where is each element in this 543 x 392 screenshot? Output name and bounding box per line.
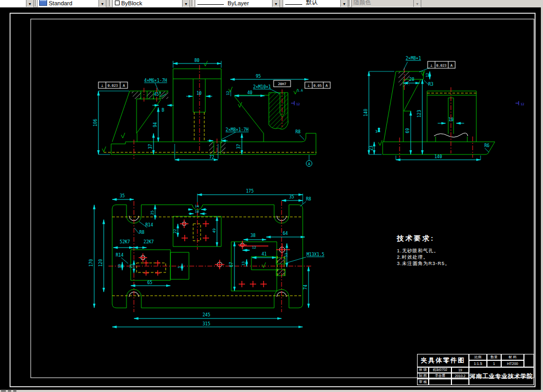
color-control-combo[interactable]: ByBlock ▼ [112,0,190,7]
window-right-edge [541,0,543,392]
linetype-combo[interactable]: ByLayer ▼ [195,0,280,7]
dim-label: 14 [195,204,199,208]
dim-label: 0.023 [436,63,447,68]
dim-label: 2×M8×1 [406,56,421,61]
dim-label: A [123,84,125,88]
byblock-square-icon [115,1,120,5]
chevron-down-icon[interactable]: ▼ [98,0,106,7]
toolbar-combo-unknown[interactable]: ▼ [0,0,34,7]
dim-label: ⊥ [101,84,103,88]
dim-label: 12 [426,73,430,77]
dim-label: 4×M6×1-7H [144,78,167,83]
dim-label: ⊥ [430,63,432,68]
dim-label: 170 [89,259,94,267]
status-mark [8,390,11,391]
dim-label: 140 [364,109,368,117]
empty-cell [524,354,534,367]
dim-label: 22 [173,229,177,233]
plotstyle-combo[interactable]: 随颜色 ▼ [351,0,421,7]
dim-label: 12 [520,102,524,106]
dim-label: B [162,108,165,113]
style-icon [39,0,47,6]
lineweight-swatch [285,4,302,5]
tech-req-item: 1.无砂眼和气孔。 [397,248,508,254]
toolbar-separator [349,0,351,6]
dim-label: 175 [246,189,254,194]
dim-label: 28 [409,77,414,82]
dim-label: 37 [148,144,153,149]
combo-value: 默认 [304,0,319,7]
chevron-down-icon[interactable]: ▼ [340,0,348,7]
tech-req-title: 技术要求: [397,234,508,243]
sheet-frame [10,13,535,387]
qty-value: 1 [487,360,501,367]
material-label: 材 料 [501,354,524,360]
toolbar: ▼ Standard ▼ ByBlock ▼ ByLayer ▼ 默认 ▼ 随颜… [0,0,543,7]
dim-label: 13 [241,261,246,266]
dim-label: 67 [229,262,234,267]
dim-label: 20H7 [278,82,286,86]
dim-label: 3 [375,130,377,134]
dim-label: A [325,84,328,88]
dim-label: 64 [283,231,288,236]
lineweight-combo[interactable]: 默认 ▼ [283,0,348,7]
model-space-canvas[interactable]: 80954010124×M6×1-7H45°B2×M10×120H71.6106… [0,7,543,390]
school-name: 河南工业专业技术学院 [469,367,534,385]
dim-label: 123 [417,110,422,118]
dim-label: R8 [306,197,311,202]
chevron-down-icon[interactable]: ▼ [182,0,189,7]
dim-label: 35 [289,195,294,199]
dim-label: 10 [195,209,199,214]
row-value: 19 [451,367,469,373]
toolbar-separator [192,0,194,6]
dim-label: 10 [117,264,122,268]
dim-label: A [308,162,311,166]
dim-label: 95 [256,74,261,79]
dim-label: 69 [405,128,410,133]
dim-label: R8 [139,230,144,235]
dim-label: 25 [150,211,155,215]
row-value: 李合甫 [429,373,451,379]
dim-label: R6 [484,143,490,148]
drawing-title: 夹具体零件图 [417,354,469,367]
dim-label: 53 [284,253,288,257]
chevron-down-icon[interactable]: ▼ [26,0,33,7]
dim-label: 1.6 [297,88,303,92]
dim-label: 10 [196,91,202,96]
status-mark [1,390,6,391]
row-value: 2010.2 [451,373,469,379]
status-mark [13,390,16,391]
dim-label: 72 [209,155,214,160]
dim-label: 245 [203,313,211,317]
row-value: 机制0702 [429,367,451,373]
row-label: 班 级 [417,367,429,373]
dim-label: 49 [212,229,216,233]
dim-label: 41 [261,252,267,257]
dim-label: ⊥ [307,84,310,88]
combo-value: 随颜色 [352,0,373,7]
row-label: 制 图 [417,373,429,379]
blue-annotation [291,101,519,105]
dim-label: 37 [237,144,241,149]
text-style-combo[interactable]: Standard ▼ [37,0,106,7]
dim-label: A [450,63,453,68]
dim-label: 2×M10×1 [253,85,271,89]
dim-label: 40 [247,90,252,95]
linetype-swatch [197,4,224,5]
toolbar-separator [109,0,111,6]
dim-label: 80 [194,58,200,63]
part-outline-plan [112,205,303,308]
qty-label: 数量 [487,354,501,360]
chevron-down-icon[interactable]: ▼ [272,0,279,7]
tech-req-item: 3.未注圆角为R3-R5。 [397,260,508,267]
dim-label: M13X1.5 [306,252,324,257]
row-value [451,379,469,385]
tech-req-item: 2.时效处理。 [397,254,508,260]
combo-value: Standard [47,0,74,7]
window-bottom-edge [0,390,543,392]
technical-requirements: 技术要求: 1.无砂眼和气孔。 2.时效处理。 3.未注圆角为R3-R5。 [397,234,508,267]
dim-label: 23 [369,145,374,151]
scale-label: 比例 [469,354,487,360]
dim-label: 45° [154,92,161,97]
dim-label: 2×M8×1-7H [225,127,249,132]
